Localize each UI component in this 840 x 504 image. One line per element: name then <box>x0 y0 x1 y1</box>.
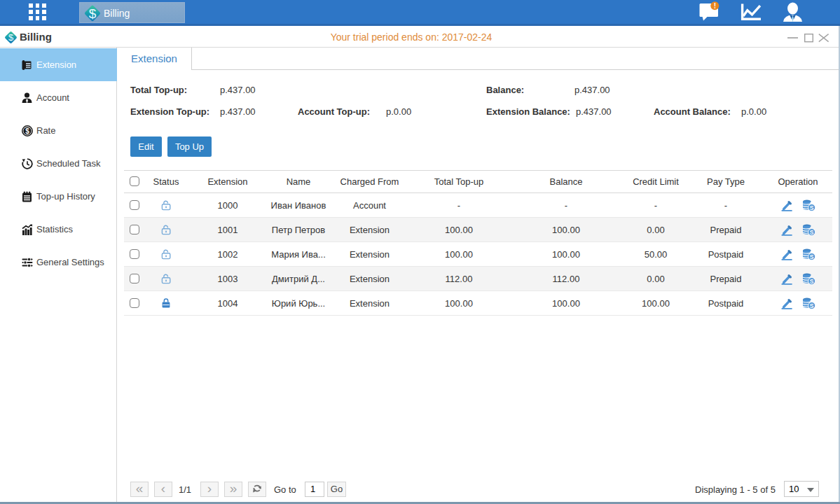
svg-text:$: $ <box>25 127 29 135</box>
svg-text:$: $ <box>89 6 97 21</box>
svg-text:!: ! <box>714 2 716 10</box>
